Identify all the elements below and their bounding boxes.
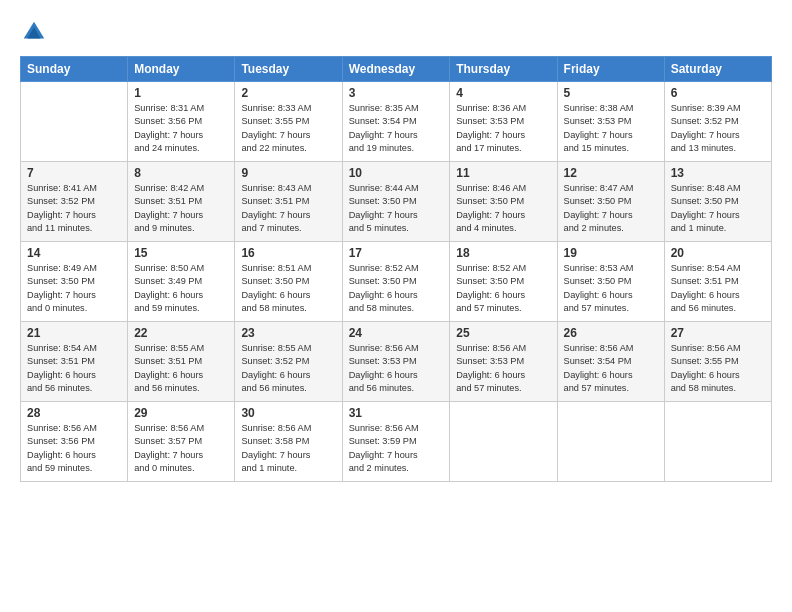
day-cell: 27Sunrise: 8:56 AMSunset: 3:55 PMDayligh… bbox=[664, 322, 771, 402]
day-cell: 4Sunrise: 8:36 AMSunset: 3:53 PMDaylight… bbox=[450, 82, 557, 162]
week-row-5: 28Sunrise: 8:56 AMSunset: 3:56 PMDayligh… bbox=[21, 402, 772, 482]
day-number: 5 bbox=[564, 86, 658, 100]
column-header-sunday: Sunday bbox=[21, 57, 128, 82]
day-number: 18 bbox=[456, 246, 550, 260]
day-info: Sunrise: 8:31 AMSunset: 3:56 PMDaylight:… bbox=[134, 102, 228, 155]
day-cell: 5Sunrise: 8:38 AMSunset: 3:53 PMDaylight… bbox=[557, 82, 664, 162]
day-info: Sunrise: 8:38 AMSunset: 3:53 PMDaylight:… bbox=[564, 102, 658, 155]
day-cell: 20Sunrise: 8:54 AMSunset: 3:51 PMDayligh… bbox=[664, 242, 771, 322]
day-info: Sunrise: 8:35 AMSunset: 3:54 PMDaylight:… bbox=[349, 102, 444, 155]
day-number: 26 bbox=[564, 326, 658, 340]
day-info: Sunrise: 8:55 AMSunset: 3:52 PMDaylight:… bbox=[241, 342, 335, 395]
day-number: 11 bbox=[456, 166, 550, 180]
day-number: 1 bbox=[134, 86, 228, 100]
day-info: Sunrise: 8:42 AMSunset: 3:51 PMDaylight:… bbox=[134, 182, 228, 235]
day-info: Sunrise: 8:33 AMSunset: 3:55 PMDaylight:… bbox=[241, 102, 335, 155]
day-number: 19 bbox=[564, 246, 658, 260]
column-header-friday: Friday bbox=[557, 57, 664, 82]
day-cell: 8Sunrise: 8:42 AMSunset: 3:51 PMDaylight… bbox=[128, 162, 235, 242]
day-number: 21 bbox=[27, 326, 121, 340]
day-cell: 10Sunrise: 8:44 AMSunset: 3:50 PMDayligh… bbox=[342, 162, 450, 242]
day-number: 8 bbox=[134, 166, 228, 180]
day-info: Sunrise: 8:52 AMSunset: 3:50 PMDaylight:… bbox=[349, 262, 444, 315]
day-info: Sunrise: 8:56 AMSunset: 3:55 PMDaylight:… bbox=[671, 342, 765, 395]
day-number: 2 bbox=[241, 86, 335, 100]
day-cell: 23Sunrise: 8:55 AMSunset: 3:52 PMDayligh… bbox=[235, 322, 342, 402]
day-info: Sunrise: 8:48 AMSunset: 3:50 PMDaylight:… bbox=[671, 182, 765, 235]
day-cell bbox=[557, 402, 664, 482]
day-info: Sunrise: 8:47 AMSunset: 3:50 PMDaylight:… bbox=[564, 182, 658, 235]
day-cell: 30Sunrise: 8:56 AMSunset: 3:58 PMDayligh… bbox=[235, 402, 342, 482]
day-number: 15 bbox=[134, 246, 228, 260]
day-info: Sunrise: 8:49 AMSunset: 3:50 PMDaylight:… bbox=[27, 262, 121, 315]
calendar-header: SundayMondayTuesdayWednesdayThursdayFrid… bbox=[21, 57, 772, 82]
day-cell: 1Sunrise: 8:31 AMSunset: 3:56 PMDaylight… bbox=[128, 82, 235, 162]
day-number: 24 bbox=[349, 326, 444, 340]
day-info: Sunrise: 8:52 AMSunset: 3:50 PMDaylight:… bbox=[456, 262, 550, 315]
day-info: Sunrise: 8:56 AMSunset: 3:54 PMDaylight:… bbox=[564, 342, 658, 395]
day-number: 3 bbox=[349, 86, 444, 100]
day-number: 12 bbox=[564, 166, 658, 180]
day-cell bbox=[664, 402, 771, 482]
day-info: Sunrise: 8:56 AMSunset: 3:59 PMDaylight:… bbox=[349, 422, 444, 475]
day-info: Sunrise: 8:56 AMSunset: 3:56 PMDaylight:… bbox=[27, 422, 121, 475]
day-info: Sunrise: 8:53 AMSunset: 3:50 PMDaylight:… bbox=[564, 262, 658, 315]
day-number: 17 bbox=[349, 246, 444, 260]
day-info: Sunrise: 8:56 AMSunset: 3:53 PMDaylight:… bbox=[456, 342, 550, 395]
page: SundayMondayTuesdayWednesdayThursdayFrid… bbox=[0, 0, 792, 612]
calendar-body: 1Sunrise: 8:31 AMSunset: 3:56 PMDaylight… bbox=[21, 82, 772, 482]
day-info: Sunrise: 8:43 AMSunset: 3:51 PMDaylight:… bbox=[241, 182, 335, 235]
logo bbox=[20, 18, 52, 46]
day-info: Sunrise: 8:41 AMSunset: 3:52 PMDaylight:… bbox=[27, 182, 121, 235]
day-cell: 18Sunrise: 8:52 AMSunset: 3:50 PMDayligh… bbox=[450, 242, 557, 322]
column-header-tuesday: Tuesday bbox=[235, 57, 342, 82]
day-cell: 19Sunrise: 8:53 AMSunset: 3:50 PMDayligh… bbox=[557, 242, 664, 322]
day-cell: 25Sunrise: 8:56 AMSunset: 3:53 PMDayligh… bbox=[450, 322, 557, 402]
day-info: Sunrise: 8:54 AMSunset: 3:51 PMDaylight:… bbox=[27, 342, 121, 395]
day-cell: 21Sunrise: 8:54 AMSunset: 3:51 PMDayligh… bbox=[21, 322, 128, 402]
day-cell: 17Sunrise: 8:52 AMSunset: 3:50 PMDayligh… bbox=[342, 242, 450, 322]
day-info: Sunrise: 8:36 AMSunset: 3:53 PMDaylight:… bbox=[456, 102, 550, 155]
day-number: 27 bbox=[671, 326, 765, 340]
day-number: 20 bbox=[671, 246, 765, 260]
day-cell: 11Sunrise: 8:46 AMSunset: 3:50 PMDayligh… bbox=[450, 162, 557, 242]
day-number: 9 bbox=[241, 166, 335, 180]
day-cell: 13Sunrise: 8:48 AMSunset: 3:50 PMDayligh… bbox=[664, 162, 771, 242]
day-cell: 12Sunrise: 8:47 AMSunset: 3:50 PMDayligh… bbox=[557, 162, 664, 242]
header-row: SundayMondayTuesdayWednesdayThursdayFrid… bbox=[21, 57, 772, 82]
header bbox=[20, 18, 772, 46]
day-number: 23 bbox=[241, 326, 335, 340]
logo-icon bbox=[20, 18, 48, 46]
day-info: Sunrise: 8:44 AMSunset: 3:50 PMDaylight:… bbox=[349, 182, 444, 235]
day-cell: 22Sunrise: 8:55 AMSunset: 3:51 PMDayligh… bbox=[128, 322, 235, 402]
day-info: Sunrise: 8:51 AMSunset: 3:50 PMDaylight:… bbox=[241, 262, 335, 315]
day-cell bbox=[450, 402, 557, 482]
day-cell: 14Sunrise: 8:49 AMSunset: 3:50 PMDayligh… bbox=[21, 242, 128, 322]
day-number: 22 bbox=[134, 326, 228, 340]
day-info: Sunrise: 8:56 AMSunset: 3:58 PMDaylight:… bbox=[241, 422, 335, 475]
week-row-3: 14Sunrise: 8:49 AMSunset: 3:50 PMDayligh… bbox=[21, 242, 772, 322]
column-header-monday: Monday bbox=[128, 57, 235, 82]
week-row-1: 1Sunrise: 8:31 AMSunset: 3:56 PMDaylight… bbox=[21, 82, 772, 162]
day-cell: 9Sunrise: 8:43 AMSunset: 3:51 PMDaylight… bbox=[235, 162, 342, 242]
column-header-wednesday: Wednesday bbox=[342, 57, 450, 82]
day-cell: 28Sunrise: 8:56 AMSunset: 3:56 PMDayligh… bbox=[21, 402, 128, 482]
day-info: Sunrise: 8:46 AMSunset: 3:50 PMDaylight:… bbox=[456, 182, 550, 235]
day-cell bbox=[21, 82, 128, 162]
day-cell: 7Sunrise: 8:41 AMSunset: 3:52 PMDaylight… bbox=[21, 162, 128, 242]
day-info: Sunrise: 8:54 AMSunset: 3:51 PMDaylight:… bbox=[671, 262, 765, 315]
day-cell: 29Sunrise: 8:56 AMSunset: 3:57 PMDayligh… bbox=[128, 402, 235, 482]
day-number: 28 bbox=[27, 406, 121, 420]
week-row-2: 7Sunrise: 8:41 AMSunset: 3:52 PMDaylight… bbox=[21, 162, 772, 242]
day-cell: 3Sunrise: 8:35 AMSunset: 3:54 PMDaylight… bbox=[342, 82, 450, 162]
day-info: Sunrise: 8:56 AMSunset: 3:57 PMDaylight:… bbox=[134, 422, 228, 475]
week-row-4: 21Sunrise: 8:54 AMSunset: 3:51 PMDayligh… bbox=[21, 322, 772, 402]
day-number: 16 bbox=[241, 246, 335, 260]
day-number: 29 bbox=[134, 406, 228, 420]
day-cell: 26Sunrise: 8:56 AMSunset: 3:54 PMDayligh… bbox=[557, 322, 664, 402]
day-number: 30 bbox=[241, 406, 335, 420]
day-info: Sunrise: 8:55 AMSunset: 3:51 PMDaylight:… bbox=[134, 342, 228, 395]
day-number: 10 bbox=[349, 166, 444, 180]
day-cell: 2Sunrise: 8:33 AMSunset: 3:55 PMDaylight… bbox=[235, 82, 342, 162]
day-number: 7 bbox=[27, 166, 121, 180]
